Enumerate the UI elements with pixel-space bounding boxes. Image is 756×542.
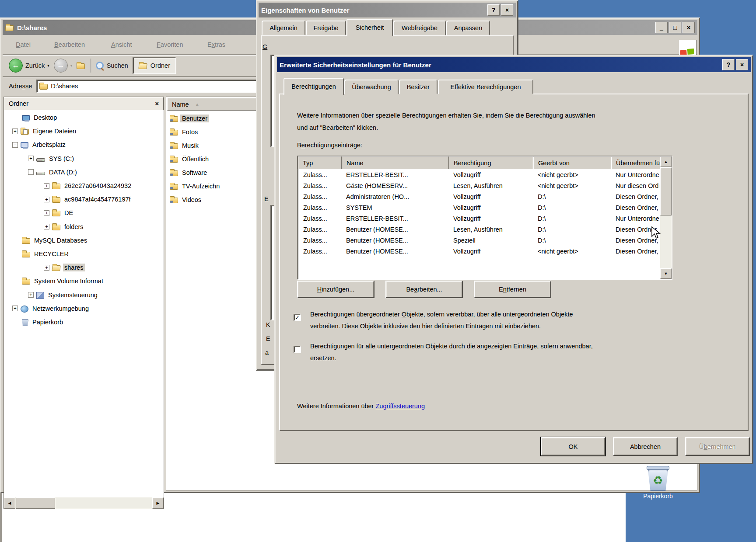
description-line: und auf "Bearbeiten" klicken. bbox=[297, 122, 730, 134]
col-name[interactable]: Name bbox=[342, 156, 449, 169]
tree-item[interactable]: + DE bbox=[44, 207, 74, 219]
minimize-button[interactable]: _ bbox=[655, 22, 668, 33]
close-button[interactable]: × bbox=[501, 4, 513, 16]
file-item[interactable]: Benutzer bbox=[170, 113, 209, 124]
file-item-label: Musik bbox=[180, 142, 200, 149]
tree-item[interactable]: + Systemsteuerung bbox=[28, 289, 99, 301]
access-control-link[interactable]: Zugriffssteuerung bbox=[375, 403, 425, 410]
expander-icon[interactable]: + bbox=[44, 197, 49, 202]
column-header-name[interactable]: Name ▲ bbox=[167, 98, 268, 111]
tree-item[interactable]: − Arbeitsplatz bbox=[12, 139, 67, 150]
back-dropdown-icon[interactable]: ▾ bbox=[47, 63, 49, 68]
tab-anpassen[interactable]: Anpassen bbox=[446, 21, 490, 35]
tree-item-label: folders bbox=[63, 223, 85, 231]
expander-icon[interactable]: + bbox=[44, 183, 49, 189]
maximize-button[interactable]: □ bbox=[669, 22, 681, 33]
ok-button[interactable]: OK bbox=[541, 437, 606, 456]
file-item[interactable]: Videos bbox=[170, 194, 203, 205]
menu-datei[interactable]: Datei bbox=[16, 35, 31, 54]
col-geerbt-von[interactable]: Geerbt von bbox=[533, 156, 611, 169]
tree-item[interactable]: + ac9847af4c454776197f bbox=[44, 194, 132, 205]
forward-dropdown-icon[interactable]: ▾ bbox=[70, 63, 73, 68]
tree-item[interactable]: + folders bbox=[44, 221, 85, 233]
file-item[interactable]: Software bbox=[170, 167, 209, 178]
expander-icon[interactable]: − bbox=[28, 169, 34, 175]
tab-allgemein[interactable]: Allgemein bbox=[262, 21, 305, 35]
scroll-down-icon[interactable]: ▼ bbox=[660, 268, 672, 279]
properties-titlebar[interactable]: Eigenschaften von Benutzer ? × bbox=[259, 3, 516, 17]
tree-item[interactable]: MySQL Databases bbox=[14, 235, 88, 246]
close-button[interactable]: × bbox=[736, 59, 748, 70]
tree-item[interactable]: − DATA (D:) bbox=[28, 167, 78, 178]
tree-item[interactable]: Desktop bbox=[14, 112, 58, 123]
tab-ueberwachung[interactable]: Überwachung bbox=[344, 80, 399, 94]
help-button[interactable]: ? bbox=[487, 4, 500, 16]
expander-icon[interactable]: + bbox=[28, 292, 34, 298]
forward-button[interactable]: → ▾ bbox=[54, 59, 73, 73]
tree: Desktop + Eigene Dateien − Arbeitsplatz bbox=[4, 112, 164, 496]
file-item[interactable]: Öffentlich bbox=[170, 153, 210, 165]
expander-icon[interactable]: + bbox=[12, 129, 18, 134]
tab-berechtigungen[interactable]: Berechtigungen bbox=[284, 78, 344, 95]
expander-icon[interactable]: + bbox=[44, 210, 49, 216]
tab-besitzer[interactable]: Besitzer bbox=[399, 80, 438, 94]
cancel-button[interactable]: Abbrechen bbox=[613, 437, 678, 456]
close-button[interactable]: × bbox=[682, 22, 695, 33]
vscroll-thumb[interactable] bbox=[660, 167, 672, 215]
hscroll-thumb[interactable] bbox=[16, 497, 55, 509]
menu-extras[interactable]: Extras bbox=[207, 35, 225, 54]
replace-checkbox[interactable] bbox=[294, 346, 301, 353]
file-item[interactable]: Musik bbox=[170, 140, 200, 151]
help-button[interactable]: ? bbox=[722, 59, 735, 70]
checkbox-line: Berechtigungen übergeordneter Objekte, s… bbox=[310, 309, 573, 320]
recycle-bin[interactable]: ♻ Papierkorb bbox=[640, 466, 676, 500]
tree-close-icon[interactable]: × bbox=[155, 100, 159, 107]
advanced-titlebar[interactable]: Erweiterte Sicherheitseinstellungen für … bbox=[277, 57, 751, 72]
remove-button[interactable]: Entfernen bbox=[474, 281, 551, 298]
file-item[interactable]: TV-Aufzeichn bbox=[170, 181, 221, 192]
scroll-left-icon[interactable]: ◀ bbox=[4, 497, 15, 509]
scroll-right-icon[interactable]: ▶ bbox=[152, 497, 164, 509]
up-button[interactable]: ↑ bbox=[77, 62, 85, 69]
expander-icon[interactable]: − bbox=[12, 142, 18, 148]
edit-button[interactable]: Bearbeiten... bbox=[385, 281, 463, 298]
inherit-checkbox-label[interactable]: Berechtigungen übergeordneter Objekte, s… bbox=[310, 309, 573, 332]
expander-icon[interactable]: + bbox=[28, 156, 34, 161]
tree-item[interactable]: + shares bbox=[44, 262, 85, 273]
expander-icon[interactable]: + bbox=[44, 265, 49, 271]
file-item[interactable]: Fotos bbox=[170, 126, 200, 138]
inherit-checkbox[interactable]: ✓ bbox=[294, 314, 301, 321]
tree-item[interactable]: + Eigene Dateien bbox=[12, 125, 77, 137]
tree-item[interactable]: Papierkorb bbox=[14, 316, 64, 328]
tab-freigabe[interactable]: Freigabe bbox=[306, 21, 346, 35]
col-berechtigung[interactable]: Berechtigung bbox=[449, 156, 533, 169]
tree-hscrollbar[interactable]: ◀ ▶ bbox=[4, 497, 164, 509]
recycle-bin-label[interactable]: Papierkorb bbox=[640, 493, 676, 500]
apply-button[interactable]: Übernehmen bbox=[685, 437, 750, 456]
expander-icon[interactable]: + bbox=[44, 224, 49, 229]
tab-effektive-berechtigungen[interactable]: Effektive Berechtigungen bbox=[438, 80, 533, 94]
tree-item[interactable]: + Netzwerkumgebung bbox=[12, 303, 90, 314]
replace-checkbox-label[interactable]: Berechtigungen für alle untergeordneten … bbox=[310, 340, 593, 364]
scroll-up-icon[interactable]: ▲ bbox=[660, 156, 672, 167]
desktop: D:\shares _ □ × Datei Bearbeiten Ansicht… bbox=[0, 0, 756, 542]
menu-favoriten[interactable]: Favoriten bbox=[157, 35, 183, 54]
menu-ansicht[interactable]: Ansicht bbox=[111, 35, 132, 54]
tree-item[interactable]: + SYS (C:) bbox=[28, 153, 75, 164]
table-vscrollbar[interactable]: ▲ ▼ bbox=[660, 156, 672, 279]
col-typ[interactable]: Typ bbox=[298, 156, 342, 169]
tab-sicherheit[interactable]: Sicherheit bbox=[346, 19, 393, 36]
tab-webfreigabe[interactable]: Webfreigabe bbox=[393, 21, 446, 35]
tree-item[interactable]: + 262e27a064043a24932 bbox=[44, 180, 133, 191]
tree-item[interactable]: RECYCLER bbox=[14, 248, 70, 260]
expander-icon[interactable]: + bbox=[12, 306, 18, 311]
checkbox-line: ersetzen. bbox=[310, 352, 593, 364]
tree-item-icon bbox=[22, 319, 28, 326]
recycle-bin-icon[interactable]: ♻ bbox=[640, 466, 676, 491]
search-button[interactable]: Suchen bbox=[95, 61, 128, 70]
menu-bearbeiten[interactable]: Bearbeiten bbox=[54, 35, 85, 54]
folders-button[interactable]: Ordner bbox=[133, 57, 176, 74]
add-button[interactable]: Hinzufügen... bbox=[297, 281, 374, 298]
back-button[interactable]: ← Zurück ▾ bbox=[9, 59, 49, 73]
tree-item[interactable]: System Volume Informat bbox=[14, 275, 105, 287]
